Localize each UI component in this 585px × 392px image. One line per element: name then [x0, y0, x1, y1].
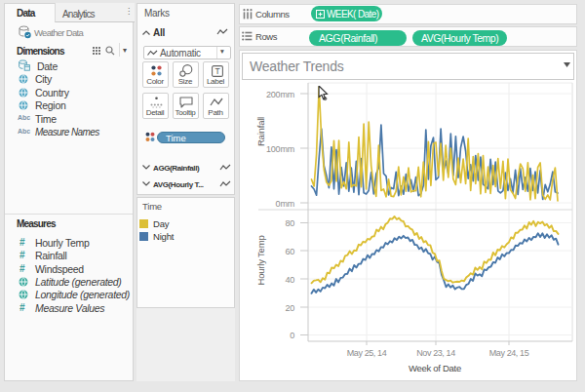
svg-text:Hourly Temp: Hourly Temp: [255, 236, 266, 286]
svg-text:Week of Date: Week of Date: [409, 363, 461, 373]
svg-text:May 24, 15: May 24, 15: [489, 348, 529, 358]
svg-text:Rainfall: Rainfall: [255, 117, 266, 146]
svg-text:0mm: 0mm: [276, 199, 294, 209]
svg-text:100mm: 100mm: [266, 144, 294, 154]
svg-text:200mm: 200mm: [266, 90, 294, 99]
svg-text:40: 40: [285, 275, 294, 285]
svg-text:May 25, 14: May 25, 14: [347, 348, 387, 358]
svg-text:60: 60: [285, 247, 294, 256]
svg-text:Nov 23, 14: Nov 23, 14: [416, 348, 455, 358]
svg-text:80: 80: [285, 218, 294, 228]
svg-text:0: 0: [290, 331, 294, 340]
svg-text:T: T: [214, 66, 219, 76]
svg-text:20: 20: [285, 303, 294, 313]
